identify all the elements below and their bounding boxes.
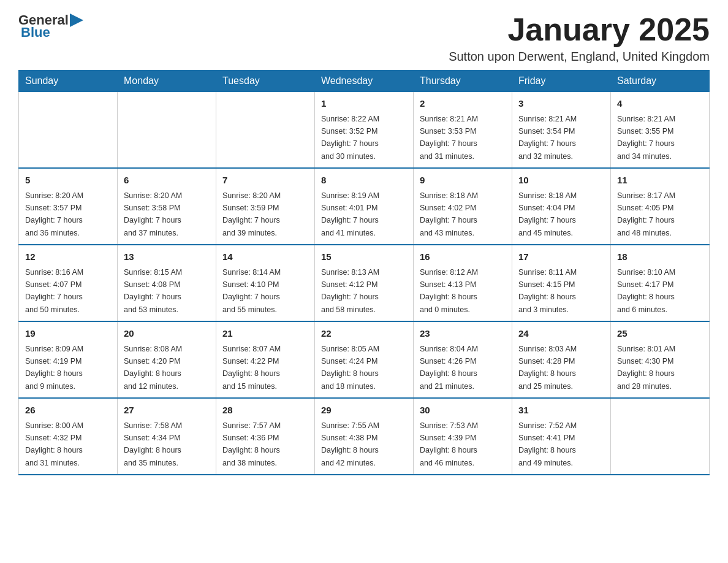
day-info: Sunrise: 8:08 AM Sunset: 4:20 PM Dayligh… [124,345,182,391]
day-info: Sunrise: 8:05 AM Sunset: 4:24 PM Dayligh… [321,345,379,391]
calendar-cell: 14Sunrise: 8:14 AM Sunset: 4:10 PM Dayli… [216,245,315,321]
calendar-cell: 10Sunrise: 8:18 AM Sunset: 4:04 PM Dayli… [512,168,611,245]
day-info: Sunrise: 8:20 AM Sunset: 3:58 PM Dayligh… [124,191,182,237]
svg-marker-0 [70,13,83,27]
calendar-cell: 1Sunrise: 8:22 AM Sunset: 3:52 PM Daylig… [315,92,414,169]
day-number: 5 [25,174,111,188]
calendar-cell: 9Sunrise: 8:18 AM Sunset: 4:02 PM Daylig… [414,168,512,245]
weekday-header-monday: Monday [118,71,216,92]
week-row-1: 1Sunrise: 8:22 AM Sunset: 3:52 PM Daylig… [19,92,710,169]
day-info: Sunrise: 7:58 AM Sunset: 4:34 PM Dayligh… [124,421,182,467]
day-number: 23 [420,327,506,341]
day-info: Sunrise: 8:18 AM Sunset: 4:04 PM Dayligh… [518,191,577,237]
calendar-cell: 24Sunrise: 8:03 AM Sunset: 4:28 PM Dayli… [512,321,611,398]
calendar-cell: 16Sunrise: 8:12 AM Sunset: 4:13 PM Dayli… [414,245,512,321]
weekday-header-row: SundayMondayTuesdayWednesdayThursdayFrid… [19,71,710,92]
day-info: Sunrise: 8:20 AM Sunset: 3:57 PM Dayligh… [25,191,83,237]
location-title: Sutton upon Derwent, England, United Kin… [449,50,710,64]
day-info: Sunrise: 8:09 AM Sunset: 4:19 PM Dayligh… [25,345,83,391]
calendar-cell: 12Sunrise: 8:16 AM Sunset: 4:07 PM Dayli… [19,245,118,321]
day-info: Sunrise: 8:12 AM Sunset: 4:13 PM Dayligh… [420,268,478,314]
day-number: 4 [617,97,703,111]
calendar-cell: 27Sunrise: 7:58 AM Sunset: 4:34 PM Dayli… [118,398,216,475]
weekday-header-thursday: Thursday [414,71,512,92]
day-info: Sunrise: 8:14 AM Sunset: 4:10 PM Dayligh… [222,268,281,314]
calendar-cell: 25Sunrise: 8:01 AM Sunset: 4:30 PM Dayli… [611,321,710,398]
day-number: 25 [617,327,703,341]
day-info: Sunrise: 8:21 AM Sunset: 3:55 PM Dayligh… [617,115,675,161]
day-number: 14 [222,250,308,264]
day-number: 16 [420,250,506,264]
calendar-cell: 18Sunrise: 8:10 AM Sunset: 4:17 PM Dayli… [611,245,710,321]
calendar-cell: 7Sunrise: 8:20 AM Sunset: 3:59 PM Daylig… [216,168,315,245]
weekday-header-tuesday: Tuesday [216,71,315,92]
day-info: Sunrise: 8:15 AM Sunset: 4:08 PM Dayligh… [124,268,182,314]
calendar-cell: 5Sunrise: 8:20 AM Sunset: 3:57 PM Daylig… [19,168,118,245]
day-number: 8 [321,174,407,188]
calendar-cell: 15Sunrise: 8:13 AM Sunset: 4:12 PM Dayli… [315,245,414,321]
day-info: Sunrise: 8:21 AM Sunset: 3:53 PM Dayligh… [420,115,478,161]
day-number: 28 [222,404,308,418]
day-number: 3 [518,97,604,111]
day-info: Sunrise: 8:04 AM Sunset: 4:26 PM Dayligh… [420,345,478,391]
logo-blue-text: Blue [21,25,50,40]
day-info: Sunrise: 8:21 AM Sunset: 3:54 PM Dayligh… [518,115,577,161]
day-number: 9 [420,174,506,188]
day-info: Sunrise: 8:17 AM Sunset: 4:05 PM Dayligh… [617,191,675,237]
calendar-cell: 13Sunrise: 8:15 AM Sunset: 4:08 PM Dayli… [118,245,216,321]
week-row-2: 5Sunrise: 8:20 AM Sunset: 3:57 PM Daylig… [19,168,710,245]
day-number: 31 [518,404,604,418]
calendar-cell [118,92,216,169]
day-number: 21 [222,327,308,341]
day-info: Sunrise: 8:20 AM Sunset: 3:59 PM Dayligh… [222,191,281,237]
calendar-cell: 28Sunrise: 7:57 AM Sunset: 4:36 PM Dayli… [216,398,315,475]
day-info: Sunrise: 8:00 AM Sunset: 4:32 PM Dayligh… [25,421,83,467]
calendar-cell: 6Sunrise: 8:20 AM Sunset: 3:58 PM Daylig… [118,168,216,245]
calendar-cell [216,92,315,169]
day-info: Sunrise: 8:16 AM Sunset: 4:07 PM Dayligh… [25,268,83,314]
logo: General Blue [18,12,83,40]
calendar-cell: 23Sunrise: 8:04 AM Sunset: 4:26 PM Dayli… [414,321,512,398]
day-info: Sunrise: 8:19 AM Sunset: 4:01 PM Dayligh… [321,191,379,237]
page-header: General Blue January 2025 Sutton upon De… [18,12,710,64]
day-info: Sunrise: 8:13 AM Sunset: 4:12 PM Dayligh… [321,268,379,314]
day-info: Sunrise: 7:57 AM Sunset: 4:36 PM Dayligh… [222,421,281,467]
day-info: Sunrise: 8:22 AM Sunset: 3:52 PM Dayligh… [321,115,379,161]
day-info: Sunrise: 8:18 AM Sunset: 4:02 PM Dayligh… [420,191,478,237]
calendar-cell: 30Sunrise: 7:53 AM Sunset: 4:39 PM Dayli… [414,398,512,475]
calendar-cell: 4Sunrise: 8:21 AM Sunset: 3:55 PM Daylig… [611,92,710,169]
day-info: Sunrise: 8:01 AM Sunset: 4:30 PM Dayligh… [617,345,675,391]
logo-arrow-icon [70,13,83,27]
day-info: Sunrise: 7:55 AM Sunset: 4:38 PM Dayligh… [321,421,379,467]
calendar-cell: 8Sunrise: 8:19 AM Sunset: 4:01 PM Daylig… [315,168,414,245]
day-number: 22 [321,327,407,341]
day-info: Sunrise: 8:03 AM Sunset: 4:28 PM Dayligh… [518,345,577,391]
weekday-header-sunday: Sunday [19,71,118,92]
day-info: Sunrise: 7:53 AM Sunset: 4:39 PM Dayligh… [420,421,478,467]
week-row-4: 19Sunrise: 8:09 AM Sunset: 4:19 PM Dayli… [19,321,710,398]
calendar-cell: 26Sunrise: 8:00 AM Sunset: 4:32 PM Dayli… [19,398,118,475]
weekday-header-wednesday: Wednesday [315,71,414,92]
calendar-cell: 21Sunrise: 8:07 AM Sunset: 4:22 PM Dayli… [216,321,315,398]
week-row-5: 26Sunrise: 8:00 AM Sunset: 4:32 PM Dayli… [19,398,710,475]
day-number: 20 [124,327,210,341]
weekday-header-saturday: Saturday [611,71,710,92]
day-number: 10 [518,174,604,188]
calendar-cell: 17Sunrise: 8:11 AM Sunset: 4:15 PM Dayli… [512,245,611,321]
day-info: Sunrise: 8:10 AM Sunset: 4:17 PM Dayligh… [617,268,675,314]
day-number: 26 [25,404,111,418]
day-number: 30 [420,404,506,418]
day-number: 7 [222,174,308,188]
day-number: 18 [617,250,703,264]
calendar-cell: 2Sunrise: 8:21 AM Sunset: 3:53 PM Daylig… [414,92,512,169]
weekday-header-friday: Friday [512,71,611,92]
day-number: 29 [321,404,407,418]
calendar-cell: 22Sunrise: 8:05 AM Sunset: 4:24 PM Dayli… [315,321,414,398]
day-number: 11 [617,174,703,188]
day-number: 6 [124,174,210,188]
week-row-3: 12Sunrise: 8:16 AM Sunset: 4:07 PM Dayli… [19,245,710,321]
calendar-cell: 31Sunrise: 7:52 AM Sunset: 4:41 PM Dayli… [512,398,611,475]
calendar-cell [611,398,710,475]
calendar-cell: 20Sunrise: 8:08 AM Sunset: 4:20 PM Dayli… [118,321,216,398]
day-number: 24 [518,327,604,341]
